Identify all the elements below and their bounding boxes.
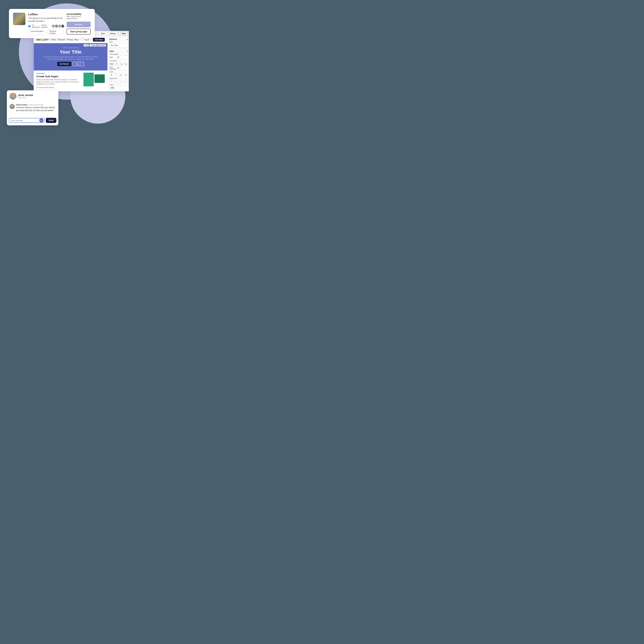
hero-desc: Boost your business with advanced analyt… — [43, 56, 98, 60]
nav-features[interactable]: Features — [58, 39, 65, 41]
chat-msg-time: a few seconds ago — [29, 104, 43, 106]
hero-section: ↑ Up ↓ Down 🗑 Delete We're a creative te… — [34, 43, 108, 71]
editor-panel: Element ∧ Title Style ∧ Typography Size … — [108, 36, 129, 91]
save-button[interactable]: ✓ Save — [118, 32, 128, 35]
style-strikethrough[interactable]: S — [124, 73, 128, 76]
style-collapse-icon[interactable]: ∧ — [127, 50, 128, 52]
hero-down-button[interactable]: ↓ Down — [89, 44, 97, 47]
features-right — [83, 73, 105, 88]
nav-join-button[interactable]: Join Now — [93, 38, 105, 42]
chat-msg-sender: Paula Houben — [16, 104, 28, 106]
tag-communication[interactable]: Communication — [28, 30, 46, 35]
style-underline[interactable]: U — [119, 73, 123, 76]
hero-up-button[interactable]: ↑ Up — [84, 44, 89, 47]
group-admins-label: Group Admins: — [41, 24, 50, 28]
transform-title[interactable]: Ag — [119, 62, 123, 65]
nav-links: Home Features Pricing Blog — [51, 39, 82, 41]
title-label: Title — [109, 41, 128, 43]
features-desc: Boost your business with advanced analyt… — [36, 79, 81, 85]
hero-delete-button[interactable]: 🗑 Delete — [97, 44, 106, 47]
settings-button[interactable]: Settings — [108, 32, 117, 35]
chat-input[interactable] — [11, 119, 38, 121]
tag-social[interactable]: Social & Culture — [47, 30, 64, 35]
group-card-image — [13, 13, 25, 25]
hero-tag: We're a creative team! — [37, 47, 104, 49]
chat-send-icon[interactable] — [39, 118, 43, 122]
group-card-avatars — [52, 24, 64, 28]
transform-none[interactable]: None — [109, 62, 114, 65]
nav-pricing[interactable]: Pricing — [67, 39, 73, 41]
size-row: Size px — [109, 56, 128, 59]
hero-title[interactable]: Your Title — [37, 49, 104, 55]
style-section-header: Style ∧ — [109, 50, 128, 52]
title-input[interactable] — [109, 44, 128, 47]
hero-move-bar: ↑ Up ↓ Down 🗑 Delete — [84, 44, 106, 47]
group-card-title: Lofties — [28, 13, 64, 16]
element-collapse-icon[interactable]: ∧ — [127, 38, 128, 40]
accessibility-sub: After approval by administrator — [67, 15, 91, 20]
open-button[interactable]: Open — [99, 32, 107, 35]
style-italic[interactable]: I — [114, 73, 118, 76]
features-left: Features Create Sub Pages Boost your bus… — [36, 73, 81, 88]
align-row: ≡ ≡ ≡ ≡ — [109, 80, 128, 83]
transform-upper[interactable]: AG — [114, 62, 118, 65]
features-title: Create Sub Pages — [36, 75, 81, 78]
line-spacing-row: Line Spacing px — [109, 66, 128, 70]
group-card: Lofties This group is set up specificall… — [9, 9, 95, 38]
editor-body: INNOLOFT Home Features Pricing Blog Log … — [34, 36, 129, 91]
chat-header-info: Anne Jacobs lyrix Tech — [18, 94, 56, 99]
chat-msg-meta: Paula Houben a few seconds ago — [16, 104, 56, 106]
transform-lower[interactable]: ag — [124, 62, 128, 65]
style-bold[interactable]: B — [109, 73, 114, 76]
transform-label: Transform — [109, 60, 128, 62]
trash-icon: 🗑 — [98, 44, 100, 46]
chat-name: Anne Jacobs — [18, 94, 56, 97]
up-arrow-icon: ↑ — [85, 44, 86, 46]
members-count: 22 Members — [32, 24, 40, 28]
size-input[interactable] — [116, 56, 129, 59]
admin-avatar-4 — [61, 24, 65, 28]
chat-input-wrap — [9, 118, 45, 123]
style-label: Style — [109, 71, 128, 73]
features-link-text[interactable]: Connect with startups — [39, 87, 54, 88]
chat-avatar — [10, 93, 16, 100]
site-logo: INNOLOFT — [36, 38, 49, 41]
group-card-meta: 👥 22 Members Group Admins: — [28, 24, 64, 28]
feature-box-2 — [94, 74, 105, 83]
get-started-button[interactable]: Get Started — [57, 62, 71, 66]
sign-in-button[interactable]: Sign in — [73, 62, 84, 66]
chat-company: lyrix Tech — [18, 97, 56, 99]
line-spacing-label: Line Spacing — [109, 66, 116, 70]
color-row: % — [109, 86, 128, 90]
open-group-button[interactable]: Open group page — [67, 29, 91, 35]
chat-body: Paula Houben a few seconds ago Hi Anne! … — [7, 101, 58, 116]
checkmark-icon: ✓ — [120, 33, 122, 35]
line-spacing-input[interactable] — [116, 66, 129, 70]
chat-input-row: Send — [7, 116, 58, 125]
features-link: 🔗 Connect with startups — [36, 87, 81, 88]
typography-label: Typography — [109, 53, 128, 55]
align-right[interactable]: ≡ — [119, 80, 123, 83]
editor-main: INNOLOFT Home Features Pricing Blog Log … — [34, 36, 108, 91]
transform-row: None AG Ag ag — [109, 62, 128, 65]
element-section-title: Element — [109, 38, 117, 40]
features-section: Features Create Sub Pages Boost your bus… — [34, 71, 108, 90]
chat-msg-text: Hi Anne! Great to connect with you! Woul… — [16, 106, 56, 112]
group-card-tags: Communication Social & Culture — [28, 30, 64, 35]
send-button[interactable]: Send — [46, 118, 56, 123]
accessibility-block: Accessibility After approval by administ… — [67, 13, 91, 20]
nav-blog[interactable]: Blog — [74, 39, 78, 41]
nav-home[interactable]: Home — [51, 39, 56, 41]
chat-message: Paula Houben a few seconds ago Hi Anne! … — [10, 104, 56, 112]
color-label: Color — [109, 84, 128, 86]
down-arrow-icon: ↓ — [91, 44, 91, 46]
align-center[interactable]: ≡ — [114, 80, 118, 83]
size-label: Size — [109, 56, 116, 58]
color-input[interactable] — [109, 86, 129, 90]
nav-login[interactable]: Log In — [84, 39, 90, 41]
align-justify[interactable]: ≡ — [124, 80, 128, 83]
chat-header: Anne Jacobs lyrix Tech — [7, 90, 58, 101]
style-section-title: Style — [109, 50, 114, 52]
member-button[interactable]: Member — [67, 22, 91, 27]
align-left[interactable]: ≡ — [109, 80, 114, 83]
